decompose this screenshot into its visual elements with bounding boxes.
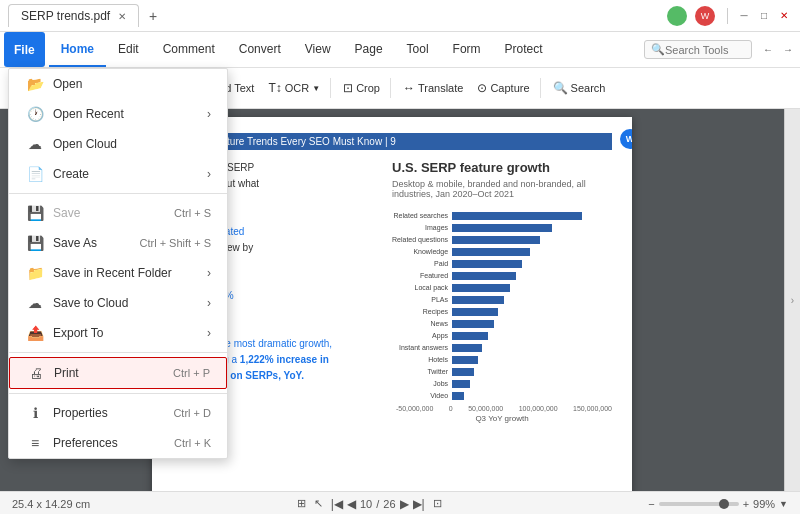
new-tab-button[interactable]: +	[141, 4, 165, 28]
page-navigation[interactable]: |◀ ◀ 10 / 26 ▶ ▶|	[331, 497, 425, 511]
tab-home[interactable]: Home	[49, 32, 106, 67]
sidebar[interactable]: ›	[784, 109, 800, 491]
zoom-control[interactable]: − + 99% ▼	[648, 498, 788, 510]
menu-item-save-cloud[interactable]: ☁ Save to Cloud ›	[9, 288, 227, 318]
chart-bars	[452, 211, 612, 401]
crop-icon: ⊡	[343, 81, 353, 95]
capture-button[interactable]: ⊙ Capture	[471, 78, 535, 98]
word-badge: W	[620, 129, 632, 149]
menu-separator-2	[9, 352, 227, 353]
title-bar: SERP trends.pdf ✕ + W ─ □ ✕	[0, 0, 800, 32]
zoom-thumb	[719, 499, 729, 509]
menu-item-open-recent[interactable]: 🕐 Open Recent ›	[9, 99, 227, 129]
zoom-slider[interactable]	[659, 502, 739, 506]
menu-separator-3	[9, 393, 227, 394]
menu-item-create[interactable]: 📄 Create ›	[9, 159, 227, 189]
arrow-icon: ›	[207, 326, 211, 340]
tab-title: SERP trends.pdf	[21, 9, 110, 23]
save-recent-icon: 📁	[25, 265, 45, 281]
current-page[interactable]: 10	[360, 498, 372, 510]
tab-comment[interactable]: Comment	[151, 32, 227, 67]
translate-icon: ↔	[403, 81, 415, 95]
ocr-button[interactable]: T↕ OCR ▼	[262, 78, 326, 98]
menu-item-print[interactable]: 🖨 Print Ctrl + P	[9, 357, 227, 389]
ocr-dropdown-icon: ▼	[312, 84, 320, 93]
pdf-tab[interactable]: SERP trends.pdf ✕	[8, 4, 139, 27]
print-icon: 🖨	[26, 365, 46, 381]
chart-title: U.S. SERP feature growth	[392, 160, 612, 175]
arrow-icon: ›	[207, 107, 211, 121]
menu-item-preferences[interactable]: ≡ Preferences Ctrl + K	[9, 428, 227, 458]
properties-icon: ℹ	[25, 405, 45, 421]
arrow-icon: ›	[207, 266, 211, 280]
bar-chart: Related searches Images Related question…	[392, 211, 612, 423]
avatar	[667, 6, 687, 26]
menu-item-save-as[interactable]: 💾 Save As Ctrl + Shift + S	[9, 228, 227, 258]
search-icon: 🔍	[651, 43, 665, 56]
ribbon-tab-bar: File Home Edit Comment Convert View Page…	[0, 32, 800, 68]
tab-protect[interactable]: Protect	[493, 32, 555, 67]
close-button[interactable]: ✕	[776, 8, 792, 24]
search-icon-tb: 🔍	[553, 81, 568, 95]
minimize-button[interactable]: ─	[736, 8, 752, 24]
chart-body: Related searches Images Related question…	[392, 211, 612, 401]
last-page-button[interactable]: ▶|	[413, 497, 425, 511]
zoom-dropdown-icon[interactable]: ▼	[779, 499, 788, 509]
next-page-button[interactable]: ▶	[400, 497, 409, 511]
file-menu: 📂 Open 🕐 Open Recent › ☁ Open Cloud 📄 Cr…	[8, 68, 228, 459]
first-page-button[interactable]: |◀	[331, 497, 343, 511]
preferences-icon: ≡	[25, 435, 45, 451]
crop-button[interactable]: ⊡ Crop	[337, 78, 386, 98]
tab-page[interactable]: Page	[343, 32, 395, 67]
forward-button[interactable]: →	[780, 42, 796, 58]
total-pages: 26	[383, 498, 395, 510]
menu-item-export[interactable]: 📤 Export To ›	[9, 318, 227, 348]
scan-icon: ⊞	[297, 497, 306, 510]
zoom-minus-button[interactable]: −	[648, 498, 654, 510]
open-icon: 📂	[25, 76, 45, 92]
export-icon: 📤	[25, 325, 45, 341]
open-cloud-icon: ☁	[25, 136, 45, 152]
save-icon: 💾	[25, 205, 45, 221]
menu-item-open-cloud[interactable]: ☁ Open Cloud	[9, 129, 227, 159]
back-button[interactable]: ←	[760, 42, 776, 58]
pdf-header-bar: SERP Feature Trends Every SEO Must Know …	[172, 133, 612, 150]
translate-button[interactable]: ↔ Translate	[397, 78, 469, 98]
tab-edit[interactable]: Edit	[106, 32, 151, 67]
tab-tool[interactable]: Tool	[395, 32, 441, 67]
pointer-icon: ↖	[314, 497, 323, 510]
prev-page-button[interactable]: ◀	[347, 497, 356, 511]
fit-page-icon: ⊡	[433, 497, 442, 510]
tab-convert[interactable]: Convert	[227, 32, 293, 67]
chart-x-axis: -50,000,000 0 50,000,000 100,000,000 150…	[392, 405, 612, 412]
chart-subtitle: Desktop & mobile, branded and non-brande…	[392, 179, 612, 199]
profile-icon[interactable]: W	[695, 6, 715, 26]
search-tools-input[interactable]	[665, 44, 745, 56]
capture-icon: ⊙	[477, 81, 487, 95]
open-recent-icon: 🕐	[25, 106, 45, 122]
window-controls: W ─ □ ✕	[667, 6, 792, 26]
chart-x-title: Q3 YoY growth	[392, 414, 612, 423]
search-button[interactable]: 🔍 Search	[547, 78, 612, 98]
menu-item-open[interactable]: 📂 Open	[9, 69, 227, 99]
zoom-plus-button[interactable]: +	[743, 498, 749, 510]
menu-item-properties[interactable]: ℹ Properties Ctrl + D	[9, 398, 227, 428]
menu-item-save: 💾 Save Ctrl + S	[9, 198, 227, 228]
tab-view[interactable]: View	[293, 32, 343, 67]
maximize-button[interactable]: □	[756, 8, 772, 24]
sidebar-expand-icon[interactable]: ›	[791, 295, 794, 306]
arrow-icon: ›	[207, 167, 211, 181]
create-icon: 📄	[25, 166, 45, 182]
tab-form[interactable]: Form	[441, 32, 493, 67]
toolbar-group-search: 🔍 Search	[543, 78, 616, 98]
save-cloud-icon: ☁	[25, 295, 45, 311]
tab-file[interactable]: File	[4, 32, 45, 67]
search-tools-box[interactable]: 🔍	[644, 40, 752, 59]
page-separator: /	[376, 498, 379, 510]
menu-item-save-recent[interactable]: 📁 Save in Recent Folder ›	[9, 258, 227, 288]
save-as-icon: 💾	[25, 235, 45, 251]
tab-close-button[interactable]: ✕	[118, 11, 126, 22]
status-bar: 25.4 x 14.29 cm ⊞ ↖ |◀ ◀ 10 / 26 ▶ ▶| ⊡ …	[0, 491, 800, 514]
toolbar-group-translate: ↔ Translate ⊙ Capture	[393, 78, 541, 98]
menu-separator-1	[9, 193, 227, 194]
